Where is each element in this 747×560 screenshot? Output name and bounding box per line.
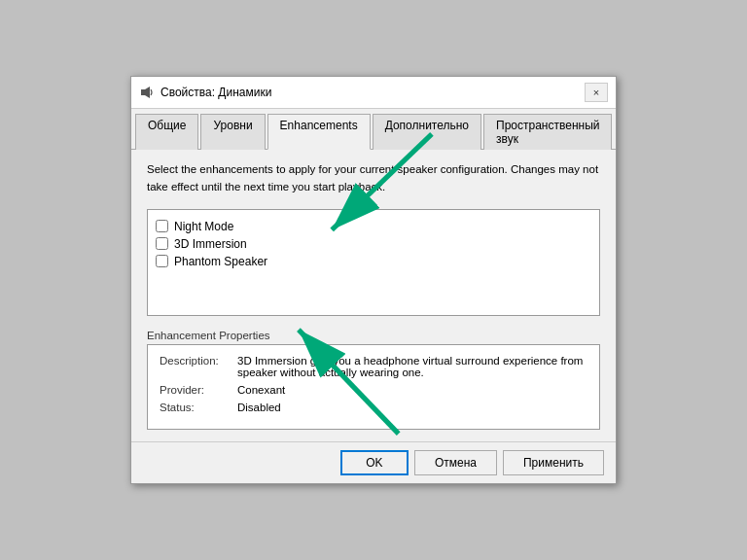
tab-enhancements[interactable]: Enhancements xyxy=(267,114,371,150)
svg-marker-1 xyxy=(145,87,150,98)
nightmode-label[interactable]: Night Mode xyxy=(174,220,233,233)
title-bar-left: Свойства: Динамики xyxy=(139,85,271,100)
properties-wrapper: Enhancement Properties Description: 3D I… xyxy=(147,330,600,430)
nightmode-checkbox[interactable] xyxy=(156,220,168,232)
phantom-checkbox[interactable] xyxy=(156,255,168,267)
immersion-checkbox[interactable] xyxy=(156,237,168,250)
description-value: 3D Immersion givs you a headphone virtua… xyxy=(237,355,587,378)
description-label: Description: xyxy=(160,355,237,378)
phantom-label[interactable]: Phantom Speaker xyxy=(174,255,267,268)
provider-row: Provider: Conexant xyxy=(160,384,587,396)
speaker-icon xyxy=(139,85,155,100)
list-item: Phantom Speaker xyxy=(156,253,591,270)
cancel-button[interactable]: Отмена xyxy=(414,450,497,475)
status-value: Disabled xyxy=(237,402,281,413)
description-row: Description: 3D Immersion givs you a hea… xyxy=(160,355,587,378)
footer: OK Отмена Применить xyxy=(131,441,616,483)
apply-button[interactable]: Применить xyxy=(503,450,604,475)
ok-button[interactable]: OK xyxy=(340,450,409,475)
tab-general[interactable]: Общие xyxy=(135,114,198,150)
provider-value: Conexant xyxy=(237,384,285,396)
list-item: Night Mode xyxy=(156,218,591,235)
enhancement-list: Night Mode 3D Immersion Phantom Speaker xyxy=(147,209,600,316)
title-bar: Свойства: Динамики × xyxy=(131,77,616,109)
main-window: Свойства: Динамики × Общие Уровни Enhanc… xyxy=(130,76,617,484)
tab-spatial[interactable]: Пространственный звук xyxy=(483,114,612,150)
window-title: Свойства: Динамики xyxy=(160,86,271,99)
tab-levels[interactable]: Уровни xyxy=(200,114,265,150)
close-button[interactable]: × xyxy=(585,83,608,102)
tab-advanced[interactable]: Дополнительно xyxy=(373,114,481,150)
enhancements-description: Select the enhancements to apply for you… xyxy=(147,161,600,195)
svg-rect-0 xyxy=(141,89,145,95)
tab-content: Select the enhancements to apply for you… xyxy=(131,150,616,441)
immersion-label[interactable]: 3D Immersion xyxy=(174,237,247,251)
status-row: Status: Disabled xyxy=(160,402,587,413)
tab-bar: Общие Уровни Enhancements Дополнительно … xyxy=(131,109,616,150)
properties-group-label: Enhancement Properties xyxy=(147,330,600,341)
status-label: Status: xyxy=(160,402,237,413)
properties-box: Description: 3D Immersion givs you a hea… xyxy=(147,344,600,430)
provider-label: Provider: xyxy=(160,384,237,396)
list-item: 3D Immersion xyxy=(156,235,591,253)
